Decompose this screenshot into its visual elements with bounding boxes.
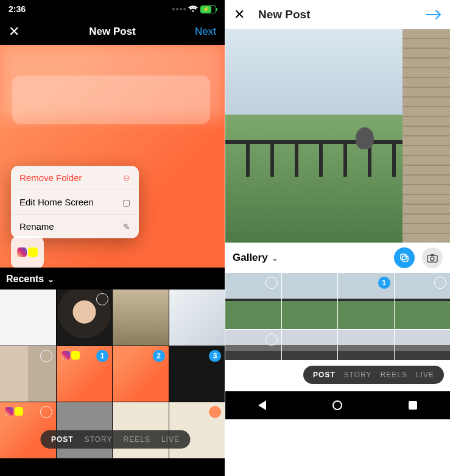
select-circle-icon xyxy=(265,333,278,346)
mode-post[interactable]: POST xyxy=(51,435,74,444)
ctx-rename[interactable]: Rename ✎ xyxy=(11,215,139,238)
order-badge: 1 xyxy=(96,350,108,362)
building-graphic xyxy=(403,29,450,243)
ctx-remove-folder[interactable]: Remove Folder ⊖ xyxy=(11,166,139,190)
photo-thumb[interactable]: 1 xyxy=(57,346,113,402)
svg-rect-2 xyxy=(427,255,437,262)
snapchat-app-icon xyxy=(28,247,38,257)
instagram-app-icon xyxy=(17,247,27,257)
photo-thumb[interactable] xyxy=(0,290,56,346)
order-badge: 3 xyxy=(209,350,221,362)
selected-preview[interactable] xyxy=(225,29,450,243)
photo-thumb[interactable] xyxy=(395,273,451,329)
ctx-label: Remove Folder xyxy=(19,172,82,183)
grid-icon: ▢ xyxy=(122,197,130,207)
album-picker-row: Gallery ⌄ xyxy=(225,243,450,273)
android-system-nav xyxy=(225,391,450,419)
recent-button[interactable] xyxy=(409,401,417,410)
folder-apps-icon xyxy=(5,407,23,416)
mode-switcher[interactable]: POST STORY REELS LIVE xyxy=(303,366,444,384)
album-picker[interactable]: Recents ⌄ xyxy=(0,268,225,290)
photo-grid: 1 xyxy=(225,273,450,360)
photo-grid: 1 2 3 POST STORY REELS LIVE xyxy=(0,290,225,458)
widget-blur xyxy=(12,76,210,124)
open-camera-button[interactable] xyxy=(422,247,443,268)
close-button[interactable]: ✕ xyxy=(9,24,19,40)
status-bar: 2:36 ⚡ xyxy=(0,0,225,18)
mode-story[interactable]: STORY xyxy=(85,435,113,444)
wifi-icon xyxy=(188,5,198,13)
ctx-label: Edit Home Screen xyxy=(19,197,94,207)
select-circle-icon xyxy=(434,277,446,289)
photo-thumb[interactable]: 3 xyxy=(169,346,225,402)
album-label[interactable]: Gallery xyxy=(233,252,268,264)
folder-preview xyxy=(11,236,44,268)
chevron-down-icon: ⌄ xyxy=(47,275,54,284)
bird-graphic xyxy=(356,127,374,149)
selected-preview[interactable]: Remove Folder ⊖ Edit Home Screen ▢ Renam… xyxy=(0,45,225,268)
ios-screen: 2:36 ⚡ ✕ New Post Next Remove Folder ⊖ xyxy=(0,0,225,476)
select-multiple-button[interactable] xyxy=(394,247,415,268)
order-badge: 1 xyxy=(378,277,390,289)
order-badge: 2 xyxy=(153,350,165,362)
ctx-edit-home[interactable]: Edit Home Screen ▢ xyxy=(11,190,139,215)
photo-thumb[interactable] xyxy=(338,330,394,360)
photo-thumb[interactable] xyxy=(282,273,338,329)
android-screen: ✕ New Post Gallery ⌄ 1 xyxy=(225,0,450,419)
photo-thumb[interactable] xyxy=(169,290,225,346)
photo-thumb[interactable] xyxy=(225,273,281,329)
home-button[interactable] xyxy=(332,400,342,410)
page-title: New Post xyxy=(0,26,225,38)
select-circle-icon xyxy=(96,293,108,305)
svg-rect-0 xyxy=(401,254,406,260)
status-right: ⚡ xyxy=(172,5,216,13)
photo-thumb[interactable]: 1 xyxy=(338,273,394,329)
next-arrow-button[interactable] xyxy=(426,9,441,20)
cellular-icon xyxy=(172,8,186,10)
next-button[interactable]: Next xyxy=(195,26,216,38)
battery-icon: ⚡ xyxy=(200,5,216,13)
select-circle-icon xyxy=(40,406,52,418)
ctx-label: Rename xyxy=(19,221,54,232)
back-button[interactable] xyxy=(258,400,266,410)
album-label: Recents xyxy=(6,274,44,285)
mode-reels[interactable]: REELS xyxy=(381,371,407,379)
page-title: New Post xyxy=(258,8,311,21)
status-time: 2:36 xyxy=(9,4,26,14)
context-menu: Remove Folder ⊖ Edit Home Screen ▢ Renam… xyxy=(11,166,139,238)
close-button[interactable]: ✕ xyxy=(234,7,245,23)
photo-thumb[interactable] xyxy=(395,330,451,360)
select-circle-icon xyxy=(265,277,278,289)
mode-switcher[interactable]: POST STORY REELS LIVE xyxy=(40,430,191,449)
photo-thumb[interactable] xyxy=(282,330,338,360)
photo-thumb[interactable] xyxy=(57,290,113,346)
mode-story[interactable]: STORY xyxy=(344,371,372,379)
select-circle-icon xyxy=(40,350,52,362)
photo-thumb[interactable] xyxy=(225,330,281,360)
svg-rect-4 xyxy=(431,254,434,256)
svg-rect-1 xyxy=(403,256,408,261)
android-navbar: ✕ New Post xyxy=(225,0,450,29)
chevron-down-icon[interactable]: ⌄ xyxy=(272,254,278,263)
remove-icon: ⊖ xyxy=(123,173,130,183)
mode-live[interactable]: LIVE xyxy=(416,371,434,379)
folder-apps-icon xyxy=(62,351,80,360)
svg-point-3 xyxy=(431,257,434,260)
select-circle-icon xyxy=(209,406,221,418)
pencil-icon: ✎ xyxy=(123,222,130,232)
mode-live[interactable]: LIVE xyxy=(161,435,180,444)
photo-thumb[interactable] xyxy=(113,290,169,346)
photo-thumb[interactable]: 2 xyxy=(113,346,169,402)
mode-reels[interactable]: REELS xyxy=(124,435,150,444)
mode-post[interactable]: POST xyxy=(313,371,336,379)
ios-navbar: ✕ New Post Next xyxy=(0,18,225,45)
photo-thumb[interactable] xyxy=(0,346,56,402)
